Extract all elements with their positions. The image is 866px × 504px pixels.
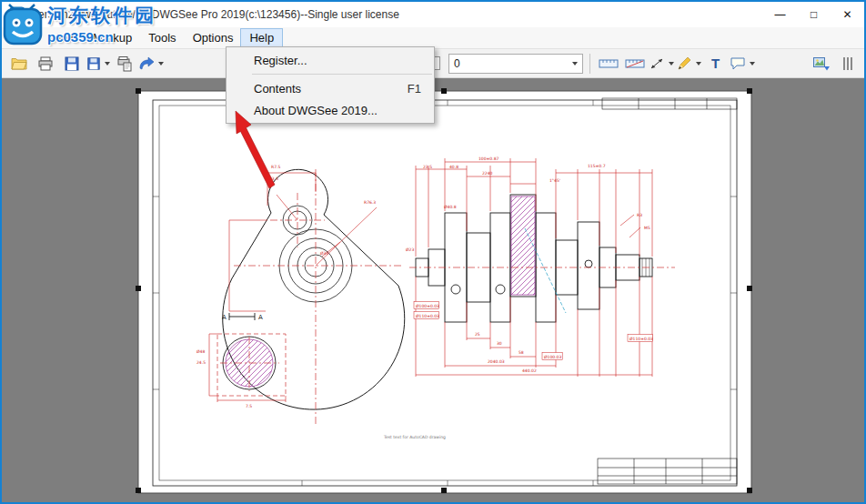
dimension-label: R76.3 — [364, 200, 376, 205]
save-icon — [64, 55, 80, 72]
dimension-label: 440.02 — [522, 368, 537, 373]
print-preview-icon — [116, 55, 133, 72]
app-icon — [9, 6, 25, 23]
measure-distance-button[interactable] — [596, 52, 620, 76]
menu-file[interactable]: File — [7, 29, 43, 46]
dimension-label: Ø40.8 — [444, 205, 457, 209]
export-split-button[interactable] — [138, 52, 164, 76]
menu-options[interactable]: Options — [185, 29, 242, 46]
layer-combo[interactable]: 0 — [448, 54, 583, 74]
help-menu-dropdown: Register... Contents F1 About DWGSee 201… — [226, 46, 435, 124]
open-file-button[interactable] — [6, 52, 31, 76]
measure-arrow-split-button[interactable] — [649, 52, 674, 76]
dimension-label: 24.5 — [196, 360, 206, 365]
save-as-icon — [86, 56, 101, 71]
ruler-area-icon — [625, 55, 645, 72]
dimension-label: Ø23 — [406, 247, 414, 252]
minimize-button[interactable]: — — [763, 2, 797, 27]
dimension-label: Ø110±0.03 — [416, 314, 439, 318]
window-title: version2.dwg AutoDWG DWGSee Pro 2019(c:\… — [33, 8, 763, 21]
markup-pen-split-button[interactable] — [676, 52, 701, 76]
hatch-lines-icon — [841, 55, 855, 72]
dimension-label: 7.5 — [246, 404, 252, 408]
help-menu-about[interactable]: About DWGSee 2019... — [227, 99, 434, 121]
measure-arrow-caret[interactable] — [669, 62, 674, 66]
dimension-label: Ø35 — [320, 251, 328, 256]
dimension-label: 2040.03 — [488, 359, 505, 364]
print-button[interactable] — [33, 52, 57, 76]
dimension-label: Ø100.03 — [544, 355, 561, 359]
dimension-label: R7.5 — [271, 165, 280, 169]
dimension-label: 115±0.7 — [588, 164, 606, 168]
pencil-icon — [676, 55, 692, 72]
print-preview-button[interactable] — [112, 52, 136, 76]
menu-bar: File View Markup Tools Options Help — [2, 27, 864, 48]
save-as-split-button[interactable] — [86, 52, 110, 76]
toolbar-separator — [589, 54, 590, 74]
cad-drawing: 23.540.8100±0.872240115±0.71°45'M5R3Ø23Ø… — [2, 78, 864, 502]
menu-help[interactable]: Help — [241, 29, 282, 46]
help-menu-register[interactable]: Register... — [227, 49, 434, 71]
markup-text-button[interactable]: T — [703, 52, 728, 76]
dimension-label: A — [258, 314, 263, 321]
printer-icon — [37, 55, 54, 72]
measure-arrow-icon — [649, 55, 665, 72]
export-image-icon — [812, 55, 831, 72]
dimension-label: Ø100±0.03 — [416, 304, 439, 308]
help-menu-separator — [252, 74, 432, 75]
dimension-label: Test text for AutoCAD drawing — [383, 435, 446, 439]
menu-markup[interactable]: Markup — [85, 29, 140, 46]
dimension-label: 25 — [475, 332, 480, 337]
open-folder-icon — [11, 55, 27, 72]
layer-combo-caret[interactable] — [572, 62, 578, 66]
help-menu-contents[interactable]: Contents F1 — [227, 77, 434, 99]
crankpin-hatch — [511, 197, 535, 295]
dimension-label: 40.8 — [449, 165, 458, 169]
close-button[interactable]: ✕ — [831, 2, 864, 27]
title-bar: version2.dwg AutoDWG DWGSee Pro 2019(c:\… — [2, 2, 864, 27]
export-caret[interactable] — [158, 62, 164, 66]
export-image-button[interactable] — [809, 52, 833, 76]
markup-comment-caret[interactable] — [750, 62, 755, 66]
save-as-caret[interactable] — [105, 62, 110, 66]
dimension-label: A — [222, 314, 227, 321]
dimension-label: 1°45' — [549, 178, 560, 183]
dimension-label: 30 — [497, 341, 502, 346]
layer-combo-value: 0 — [454, 57, 460, 70]
dimension-label: 58 — [519, 350, 524, 355]
menu-view[interactable]: View — [43, 29, 85, 46]
comment-bubble-icon — [730, 55, 746, 72]
dimension-label: 2240 — [482, 171, 493, 176]
dimension-label: R3 — [637, 213, 642, 217]
dimension-label: Ø110±0.03 — [629, 337, 653, 341]
dimension-label: 23.5 — [269, 176, 278, 181]
dimension-label: 23.5 — [423, 165, 432, 169]
dimension-label: 100±0.87 — [478, 156, 499, 161]
markup-comment-split-button[interactable] — [730, 52, 755, 76]
markup-pen-caret[interactable] — [696, 62, 701, 66]
text-tool-icon: T — [711, 55, 720, 71]
hatch-lines-button[interactable] — [835, 52, 860, 76]
export-arrow-icon — [138, 55, 155, 72]
ruler-icon — [599, 55, 619, 72]
save-button[interactable] — [59, 52, 84, 76]
maximize-button[interactable]: □ — [797, 2, 831, 27]
measure-area-button[interactable] — [622, 52, 647, 76]
menu-tools[interactable]: Tools — [140, 29, 184, 46]
drawing-canvas[interactable]: 23.540.8100±0.872240115±0.71°45'M5R3Ø23Ø… — [2, 78, 864, 502]
dimension-label: M5 — [644, 226, 650, 230]
dimension-label: Ø48 — [196, 349, 205, 354]
